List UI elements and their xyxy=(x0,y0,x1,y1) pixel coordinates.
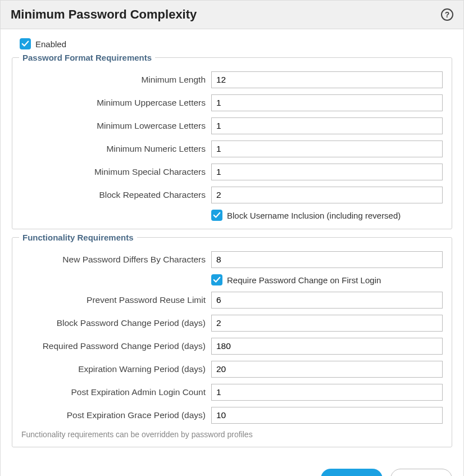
min-special-input[interactable] xyxy=(211,164,443,180)
warning-label: Expiration Warning Period (days) xyxy=(21,364,211,374)
block-change-input[interactable] xyxy=(211,315,443,332)
warning-input[interactable] xyxy=(211,361,443,378)
ok-button[interactable]: OK xyxy=(321,469,383,476)
dialog-header: Minimum Password Complexity ? xyxy=(1,1,463,29)
reuse-limit-input[interactable] xyxy=(211,292,443,309)
require-change-checkbox[interactable] xyxy=(211,274,222,285)
block-repeat-input[interactable] xyxy=(211,187,443,203)
required-change-label: Required Password Change Period (days) xyxy=(21,341,211,351)
check-icon xyxy=(21,40,29,48)
require-change-label: Require Password Change on First Login xyxy=(227,275,381,285)
password-format-legend: Password Format Requirements xyxy=(19,53,155,62)
dialog-footer: OK Cancel xyxy=(1,459,463,476)
min-length-input[interactable] xyxy=(211,71,443,88)
enabled-label: Enabled xyxy=(35,39,66,49)
grace-input[interactable] xyxy=(211,407,443,424)
differs-input[interactable] xyxy=(211,251,443,268)
grace-label: Post Expiration Grace Period (days) xyxy=(21,410,211,420)
block-username-checkbox[interactable] xyxy=(211,210,222,221)
check-icon xyxy=(213,276,221,284)
block-repeat-label: Block Repeated Characters xyxy=(21,190,211,200)
block-change-label: Block Password Change Period (days) xyxy=(21,318,211,328)
functionality-fieldset: Functionality Requirements New Password … xyxy=(12,233,452,447)
password-format-fieldset: Password Format Requirements Minimum Len… xyxy=(12,53,452,229)
min-lower-label: Minimum Lowercase Letters xyxy=(21,121,211,131)
password-complexity-dialog: Minimum Password Complexity ? Enabled Pa… xyxy=(0,0,464,476)
dialog-title: Minimum Password Complexity xyxy=(11,7,197,22)
check-icon xyxy=(213,211,221,219)
block-username-label: Block Username Inclusion (including reve… xyxy=(227,211,401,220)
reuse-limit-label: Prevent Password Reuse Limit xyxy=(21,295,211,305)
required-change-input[interactable] xyxy=(211,338,443,355)
min-lower-input[interactable] xyxy=(211,117,443,134)
min-special-label: Minimum Special Characters xyxy=(21,167,211,177)
differs-label: New Password Differs By Characters xyxy=(21,255,211,265)
dialog-content: Enabled Password Format Requirements Min… xyxy=(1,29,463,459)
min-upper-input[interactable] xyxy=(211,94,443,111)
min-length-label: Minimum Length xyxy=(21,75,211,85)
min-upper-label: Minimum Uppercase Letters xyxy=(21,98,211,108)
enabled-checkbox[interactable] xyxy=(20,38,31,49)
cancel-button[interactable]: Cancel xyxy=(390,469,452,476)
enabled-row: Enabled xyxy=(20,38,452,49)
functionality-legend: Functionality Requirements xyxy=(19,233,137,242)
min-numeric-label: Minimum Numeric Letters xyxy=(21,144,211,154)
help-icon[interactable]: ? xyxy=(441,8,453,21)
admin-login-input[interactable] xyxy=(211,384,443,401)
admin-login-label: Post Expiration Admin Login Count xyxy=(21,387,211,397)
functionality-note: Functionality requirements can be overri… xyxy=(21,430,443,439)
min-numeric-input[interactable] xyxy=(211,140,443,157)
